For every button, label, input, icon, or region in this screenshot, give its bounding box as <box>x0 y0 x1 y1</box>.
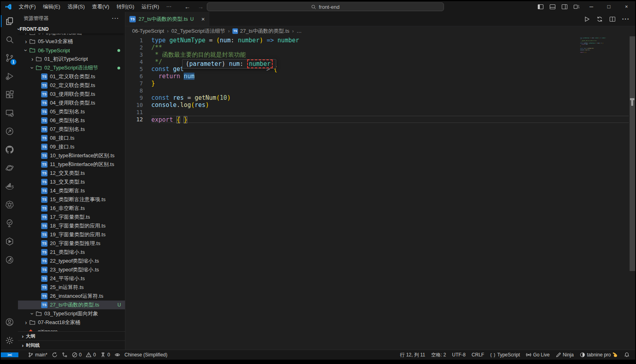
toggle-secondary-sidebar-button[interactable] <box>559 1 571 12</box>
kubernetes-icon[interactable] <box>1 196 18 214</box>
circle-arrow-icon[interactable] <box>1 122 18 140</box>
todo-tree-icon[interactable] <box>1 214 18 232</box>
command-center-search[interactable]: front-end <box>207 2 444 11</box>
eol[interactable]: CRLF <box>472 352 484 358</box>
tree-folder-row[interactable]: ›01_初识TypeScript <box>18 55 125 63</box>
source-control-icon[interactable]: 1 <box>1 49 18 67</box>
menu-选择[interactable]: 选择(S) <box>64 2 88 12</box>
menu-转到[interactable]: 转到(G) <box>113 2 138 12</box>
tree-file-row[interactable]: TS24_平等缩小.ts <box>18 274 125 283</box>
breadcrumb-item[interactable]: … <box>297 28 302 34</box>
tree-file-row[interactable]: TS22_typeof类型缩小.ts <box>18 257 125 265</box>
breadcrumb-item[interactable]: TS27_ts中函数的类型.ts <box>232 28 289 35</box>
git-branch[interactable]: main* <box>28 352 48 358</box>
tree-file-row[interactable]: TS04_使用联合类型.ts <box>18 99 125 107</box>
tree-file-row[interactable]: TS18_字面量类型的应用.ts <box>18 222 125 230</box>
breadcrumb-item[interactable]: 06-TypeScript <box>132 28 164 34</box>
run-debug-icon[interactable] <box>1 67 18 85</box>
menu-查看[interactable]: 查看(V) <box>88 2 113 12</box>
tree-file-row[interactable]: TS08_接口.ts <box>18 134 125 142</box>
code-line[interactable]: 10console.log(res) <box>125 101 635 109</box>
ninja[interactable]: Ninja <box>556 352 574 358</box>
settings-gear-icon[interactable] <box>1 331 18 350</box>
sidebar-section-outline[interactable]: ›大纲 <box>18 331 125 340</box>
menu-overflow[interactable]: ··· <box>162 2 175 12</box>
tree-file-row[interactable]: TS27_ts中函数的类型.tsU <box>18 301 125 309</box>
tree-file-row[interactable]: TS25_in运算符.ts <box>18 283 125 292</box>
split-editor-button[interactable] <box>609 16 616 22</box>
tree-file-row[interactable]: .gitignore <box>18 327 125 331</box>
minimap[interactable]: type getNumType = (num: number) => numbe… <box>580 38 603 53</box>
extensions-icon[interactable] <box>1 85 18 104</box>
editor-scrollbar[interactable] <box>630 36 635 271</box>
tree-file-row[interactable]: TS03_使用联合类型.ts <box>18 90 125 99</box>
toggle-primary-sidebar-button[interactable] <box>535 1 547 12</box>
sync-button[interactable] <box>596 16 603 22</box>
search-icon[interactable] <box>1 30 18 49</box>
nav-forward-icon[interactable]: → <box>198 3 204 10</box>
tree-file-row[interactable]: TS07_类型别名.ts <box>18 125 125 134</box>
tree-file-row[interactable]: TS02_定义联合类型.ts <box>18 81 125 90</box>
cursor-position[interactable]: 行 12, 列 11 <box>400 352 425 358</box>
tree-file-row[interactable]: TS13_交叉类型.ts <box>18 178 125 186</box>
tree-file-row[interactable]: TS01_定义联合类型.ts <box>18 72 125 81</box>
tab-active[interactable]: TS 27_ts中函数的类型.ts U × <box>125 12 209 26</box>
sidebar-section-timeline[interactable]: ›时间线 <box>18 340 125 350</box>
minimize-button[interactable]: ─ <box>583 1 600 12</box>
remote-indicator[interactable]: >< <box>1 352 18 357</box>
more-actions-button[interactable]: ··· <box>622 16 630 23</box>
code-line[interactable]: 9const res = getNum(10) <box>125 94 635 101</box>
code-line[interactable]: 2/** <box>125 44 635 51</box>
tree-folder-row[interactable]: ›02_TypeScript语法细节 <box>18 63 125 72</box>
tree-file-row[interactable]: TS20_字面量类型推理.ts <box>18 239 125 248</box>
code-line[interactable]: 11 <box>125 109 635 116</box>
notifications-bell[interactable] <box>624 352 630 358</box>
tabnine[interactable]: tabnine pro <box>580 352 618 358</box>
tree-file-row[interactable]: TS21_类型缩小.ts <box>18 248 125 257</box>
tree-file-row[interactable]: TS12_交叉类型.ts <box>18 169 125 178</box>
tree-file-row[interactable]: TS06_类型别名.ts <box>18 116 125 125</box>
code-line[interactable]: 12export { } <box>125 116 635 123</box>
menu-运行[interactable]: 运行(R) <box>138 2 162 12</box>
code-line[interactable]: 6 return num <box>125 73 635 80</box>
language-mode[interactable]: { }TypeScript <box>490 352 520 358</box>
sync-icon[interactable] <box>52 352 57 358</box>
tree-file-row[interactable]: TS10_type和interface的区别.ts <box>18 151 125 160</box>
code-line[interactable]: 8 <box>125 87 635 94</box>
toggle-panel-button[interactable] <box>547 1 559 12</box>
eye-indicator[interactable] <box>115 352 120 358</box>
code-line[interactable]: 1type getNumType = (num: number) => numb… <box>125 37 635 44</box>
tree-file-row[interactable]: TS16_非空断言.ts <box>18 204 125 213</box>
remote-explorer-icon[interactable] <box>1 104 18 122</box>
explorer-more-icon[interactable]: ··· <box>112 16 120 21</box>
tower-indicator[interactable]: 0 <box>100 352 110 358</box>
menu-编辑[interactable]: 编辑(E) <box>40 2 64 12</box>
tree-file-row[interactable]: TS23_typeof类型缩小.ts <box>18 265 125 274</box>
encoding[interactable]: UTF-8 <box>452 352 466 358</box>
tree-file-row[interactable]: TS15_类型断言注意事项.ts <box>18 195 125 204</box>
tab-close-icon[interactable]: × <box>201 16 205 22</box>
menu-文件[interactable]: 文件(F) <box>15 2 40 12</box>
code-editor[interactable]: 1type getNumType = (num: number) => numb… <box>125 36 635 350</box>
docker-icon[interactable] <box>1 177 18 196</box>
tree-file-row[interactable]: TS26_instanceof运算符.ts <box>18 292 125 301</box>
close-button[interactable]: × <box>618 1 635 12</box>
errors[interactable]: 0 <box>72 352 82 358</box>
warnings[interactable]: 0 <box>86 352 96 358</box>
tree-folder-row[interactable]: ›05-Vue3全家桶 <box>18 37 125 46</box>
spell-language[interactable]: Chinese (Simplified) <box>125 352 167 358</box>
github-icon[interactable] <box>1 140 18 159</box>
maximize-button[interactable]: □ <box>600 1 618 12</box>
tree-file-row[interactable]: TS19_字面量类型的应用.ts <box>18 230 125 239</box>
project-root-row[interactable]: › FRONT-END <box>18 25 125 34</box>
nav-back-icon[interactable]: ← <box>184 3 190 10</box>
run-button[interactable] <box>584 16 590 22</box>
code-line[interactable]: 7} <box>125 80 635 87</box>
code-line[interactable]: 3 * 函数最主要的目的就是封装功能 <box>125 51 635 58</box>
tree-file-row[interactable]: TS14_类型断言.ts <box>18 186 125 195</box>
indentation[interactable]: 空格: 2 <box>431 352 446 358</box>
tree-file-row[interactable]: TS05_类型别名.ts <box>18 107 125 116</box>
tree-file-row[interactable]: TS09_接口.ts <box>18 142 125 151</box>
customize-layout-button[interactable] <box>571 1 583 12</box>
tree-folder-row[interactable]: ›06-TypeScript <box>18 46 125 55</box>
